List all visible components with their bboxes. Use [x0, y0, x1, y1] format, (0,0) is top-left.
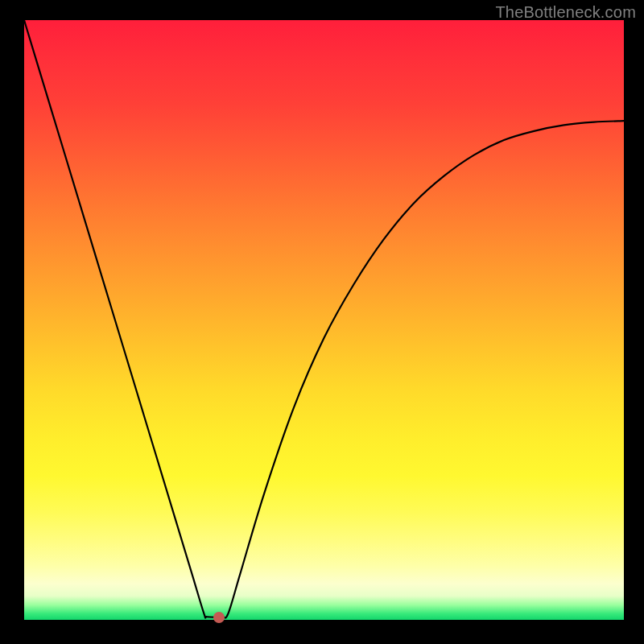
watermark-text: TheBottleneck.com [495, 3, 636, 22]
chart-frame: TheBottleneck.com [0, 0, 644, 644]
bottleneck-curve [24, 20, 624, 620]
plot-area [24, 20, 624, 620]
optimum-marker [213, 612, 225, 623]
